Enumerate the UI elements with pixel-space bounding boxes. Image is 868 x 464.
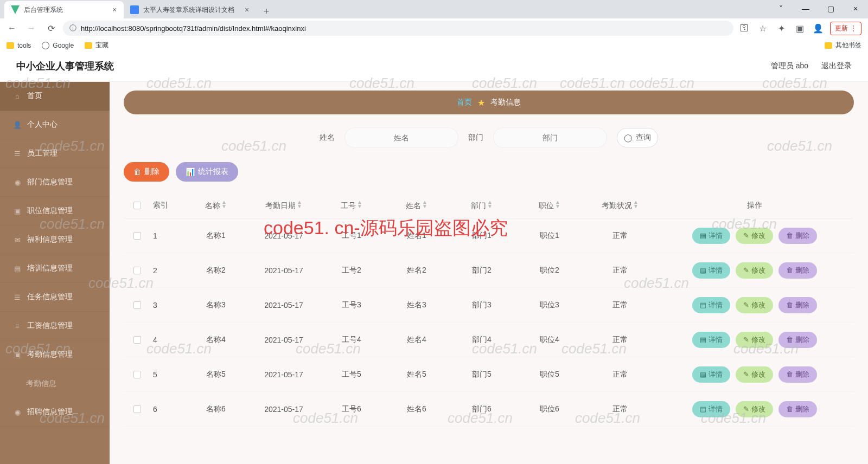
reload-button[interactable]: ⟳ (43, 21, 59, 36)
row-delete-button[interactable]: 🗑删除 (778, 262, 817, 279)
sidebar-item-home[interactable]: ⌂首页 (0, 82, 110, 111)
detail-button[interactable]: ▤详情 (692, 332, 730, 348)
people-icon: ☰ (13, 149, 22, 158)
sort-icon[interactable]: ▲▼ (555, 200, 560, 209)
search-button[interactable]: ◯查询 (617, 128, 658, 147)
edit-button[interactable]: ✎修改 (736, 366, 773, 383)
detail-icon: ▤ (700, 405, 706, 413)
minimize-button[interactable]: — (793, 0, 818, 17)
address-bar[interactable]: ⓘ http://localhost:8080/springbootq731f/… (63, 21, 733, 36)
search-name-label: 姓名 (320, 133, 335, 143)
sidebar-item-staff[interactable]: ☰员工管理 (0, 139, 110, 168)
app: 中小企业人事管理系统 管理员 abo 退出登录 ⌂首页 👤个人中心 ☰员工管理 … (0, 50, 868, 464)
edit-button[interactable]: ✎修改 (736, 401, 773, 417)
select-all-checkbox[interactable] (133, 202, 141, 209)
back-button[interactable]: ← (4, 21, 20, 36)
trash-icon: 🗑 (786, 370, 793, 378)
table-row: 5名称52021-05-17工号5姓名5部门5职位5正常▤详情✎修改🗑删除 (124, 357, 854, 392)
row-checkbox[interactable] (133, 336, 141, 344)
row-delete-button[interactable]: 🗑删除 (778, 401, 817, 417)
edit-button[interactable]: ✎修改 (736, 332, 773, 348)
sort-icon[interactable]: ▲▼ (487, 200, 493, 209)
search-dept-input[interactable] (493, 127, 607, 148)
maximize-button[interactable]: ▢ (818, 0, 843, 17)
sidebar-item-position[interactable]: ▣职位信息管理 (0, 197, 110, 225)
doc-icon (130, 5, 139, 14)
row-checkbox[interactable] (133, 301, 141, 309)
detail-icon: ▤ (700, 301, 706, 309)
trash-icon: 🗑 (786, 266, 793, 274)
row-checkbox[interactable] (133, 267, 141, 274)
logout-link[interactable]: 退出登录 (821, 61, 852, 71)
browser-tab-active[interactable]: 后台管理系统 × (4, 1, 124, 18)
close-icon[interactable]: × (111, 6, 118, 14)
row-delete-button[interactable]: 🗑删除 (778, 228, 817, 244)
search-icon: ◯ (624, 133, 633, 142)
update-button[interactable]: 更新 (830, 22, 861, 35)
search-name-input[interactable] (344, 127, 458, 148)
table-row: 4名称42021-05-17工号4姓名4部门4职位4正常▤详情✎修改🗑删除 (124, 323, 854, 357)
edit-icon: ✎ (743, 370, 749, 378)
delete-button[interactable]: 🗑删除 (124, 162, 169, 182)
star-icon[interactable]: ☆ (756, 22, 769, 35)
bookmark-tools[interactable]: tools (7, 42, 31, 49)
stats-button[interactable]: 📊统计报表 (176, 162, 238, 182)
sidebar: ⌂首页 👤个人中心 ☰员工管理 ◉部门信息管理 ▣职位信息管理 ✉福利信息管理 … (0, 82, 110, 464)
detail-button[interactable]: ▤详情 (692, 401, 730, 417)
sort-icon[interactable]: ▲▼ (297, 200, 302, 209)
reading-list-icon[interactable]: ▣ (793, 22, 806, 35)
detail-button[interactable]: ▤详情 (692, 262, 730, 279)
trash-icon: 🗑 (786, 336, 793, 344)
bookmark-google[interactable]: Google (42, 42, 74, 49)
edit-button[interactable]: ✎修改 (736, 297, 773, 313)
sort-icon[interactable]: ▲▼ (221, 200, 227, 209)
breadcrumb-home[interactable]: 首页 (457, 98, 472, 107)
forward-button[interactable]: → (24, 21, 39, 36)
row-checkbox[interactable] (133, 232, 141, 240)
row-checkbox[interactable] (133, 405, 141, 413)
sidebar-item-dept[interactable]: ◉部门信息管理 (0, 168, 110, 197)
sort-icon[interactable]: ▲▼ (422, 200, 427, 209)
chevron-down-icon[interactable]: ˅ (768, 0, 793, 17)
row-delete-button[interactable]: 🗑删除 (778, 366, 817, 383)
edit-button[interactable]: ✎修改 (736, 228, 773, 244)
bookmark-baozang[interactable]: 宝藏 (85, 41, 108, 50)
table-header: 索引 名称▲▼ 考勤日期▲▼ 工号▲▼ 姓名▲▼ 部门▲▼ 职位▲▼ 考勤状况▲… (124, 192, 854, 218)
tab-title: 后台管理系统 (24, 5, 63, 15)
sidebar-item-salary[interactable]: ≡工资信息管理 (0, 312, 110, 340)
address-row: ← → ⟳ ⓘ http://localhost:8080/springboot… (0, 18, 868, 38)
user-label[interactable]: 管理员 abo (771, 61, 808, 71)
sidebar-item-training[interactable]: ▤培训信息管理 (0, 254, 110, 283)
sidebar-sub-attendance-info[interactable]: 考勤信息 (0, 369, 110, 398)
close-icon[interactable]: × (243, 6, 251, 14)
edit-icon: ✎ (743, 301, 749, 309)
sidebar-item-attendance[interactable]: ▣考勤信息管理 (0, 340, 110, 369)
user-icon: 👤 (13, 120, 22, 129)
browser-tab[interactable]: 太平人寿签章系统详细设计文档 × (124, 1, 256, 18)
detail-button[interactable]: ▤详情 (692, 366, 730, 383)
action-row: 🗑删除 📊统计报表 (124, 162, 854, 182)
data-table: 索引 名称▲▼ 考勤日期▲▼ 工号▲▼ 姓名▲▼ 部门▲▼ 职位▲▼ 考勤状况▲… (124, 192, 854, 427)
sidebar-item-profile[interactable]: 👤个人中心 (0, 111, 110, 139)
table-row: 3名称32021-05-17工号3姓名3部门3职位3正常▤详情✎修改🗑删除 (124, 288, 854, 323)
position-icon: ▣ (13, 207, 22, 215)
sidebar-item-welfare[interactable]: ✉福利信息管理 (0, 225, 110, 254)
detail-button[interactable]: ▤详情 (692, 228, 730, 244)
table-row: 1名称12021-05-17工号1姓名1部门1职位1正常▤详情✎修改🗑删除 (124, 218, 854, 253)
new-tab-button[interactable]: + (259, 4, 273, 18)
edit-icon: ✎ (743, 266, 749, 274)
row-checkbox[interactable] (133, 371, 141, 378)
profile-icon[interactable]: 👤 (812, 22, 825, 35)
detail-button[interactable]: ▤详情 (692, 297, 730, 313)
sort-icon[interactable]: ▲▼ (633, 200, 639, 209)
sort-icon[interactable]: ▲▼ (357, 200, 362, 209)
sidebar-item-recruit[interactable]: ◉招聘信息管理 (0, 398, 110, 427)
row-delete-button[interactable]: 🗑删除 (778, 332, 817, 348)
close-window-button[interactable]: × (843, 0, 868, 17)
row-delete-button[interactable]: 🗑删除 (778, 297, 817, 313)
extension-icon[interactable]: ✦ (775, 22, 788, 35)
sidebar-item-task[interactable]: ☰任务信息管理 (0, 283, 110, 312)
edit-button[interactable]: ✎修改 (736, 262, 773, 279)
bookmark-other[interactable]: 其他书签 (825, 41, 861, 50)
key-icon[interactable]: ⚿ (738, 22, 751, 35)
